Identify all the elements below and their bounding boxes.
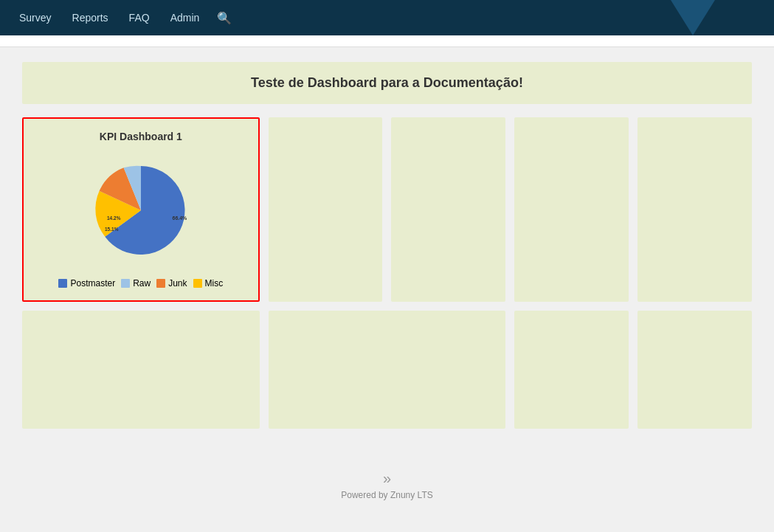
navbar-triangle-decoration <box>671 0 715 35</box>
sub-bar <box>0 35 774 47</box>
navbar: Survey Reports FAQ Admin 🔍 <box>0 0 774 35</box>
bottom-card-3 <box>514 311 629 429</box>
footer-text: Powered by Znuny LTS <box>341 490 433 500</box>
kpi-card-1[interactable]: KPI Dashboard 1 66.4% <box>22 117 260 302</box>
placeholder-card-4 <box>514 117 629 302</box>
bottom-card-4 <box>637 311 752 429</box>
legend-item-raw: Raw <box>121 278 151 289</box>
legend-color-raw <box>121 279 130 288</box>
footer: » Powered by Znuny LTS <box>0 458 774 512</box>
footer-icon: » <box>12 470 762 487</box>
nav-admin[interactable]: Admin <box>163 7 207 28</box>
legend-item-junk: Junk <box>156 278 187 289</box>
placeholder-card-3 <box>391 117 505 302</box>
legend-label-postmaster: Postmaster <box>70 278 115 289</box>
pie-container: 66.4% 14.2% 15.1% Postmaster Raw <box>35 151 246 289</box>
pie-legend: Postmaster Raw Junk Misc <box>58 278 223 289</box>
main-content: Teste de Dashboard para a Documentação! … <box>0 47 774 443</box>
legend-color-junk <box>156 279 165 288</box>
pie-label-junk: 15.1% <box>105 227 119 232</box>
placeholder-card-2 <box>269 117 383 302</box>
pie-label-misc: 14.2% <box>107 215 121 221</box>
legend-label-misc: Misc <box>205 278 224 289</box>
kpi-card-1-title: KPI Dashboard 1 <box>35 131 246 142</box>
legend-item-postmaster: Postmaster <box>58 278 115 289</box>
legend-color-misc <box>193 279 202 288</box>
bottom-card-2 <box>269 311 506 429</box>
legend-label-junk: Junk <box>168 278 187 289</box>
nav-faq[interactable]: FAQ <box>122 7 157 28</box>
bottom-card-1 <box>22 311 260 429</box>
placeholder-card-5 <box>637 117 752 302</box>
legend-label-raw: Raw <box>133 278 151 289</box>
nav-survey[interactable]: Survey <box>12 7 59 28</box>
pie-chart: 66.4% 14.2% 15.1% <box>82 151 200 269</box>
nav-items: Survey Reports FAQ Admin 🔍 <box>12 7 236 30</box>
search-button[interactable]: 🔍 <box>212 7 236 30</box>
bottom-row <box>22 311 752 429</box>
nav-reports[interactable]: Reports <box>65 7 116 28</box>
page-title: Teste de Dashboard para a Documentação! <box>35 75 739 91</box>
pie-label-postmaster: 66.4% <box>172 215 187 221</box>
dashboard-grid: KPI Dashboard 1 66.4% <box>22 117 752 302</box>
legend-color-postmaster <box>58 279 67 288</box>
legend-item-misc: Misc <box>193 278 224 289</box>
page-title-banner: Teste de Dashboard para a Documentação! <box>22 62 752 104</box>
